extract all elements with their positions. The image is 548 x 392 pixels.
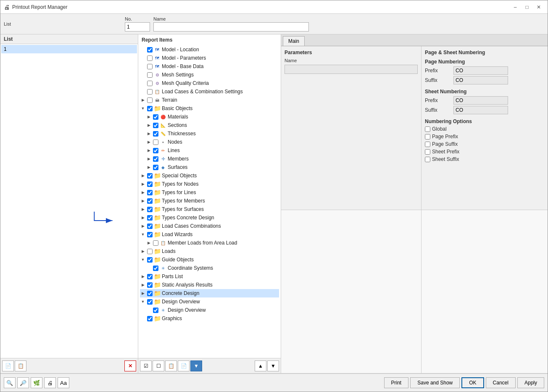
tree-item-mesh-quality[interactable]: ⚙ Mesh Quality Criteria [140, 79, 279, 87]
toggle-types-surfaces[interactable]: ▶ [140, 206, 146, 212]
tree-item-nodes[interactable]: ▶ ● Nodes [140, 138, 279, 146]
minimize-button[interactable]: – [510, 3, 521, 12]
copy-item-button[interactable]: 📋 [15, 360, 26, 371]
toggle-static-analysis[interactable]: ▶ [140, 282, 146, 288]
tree-item-concrete-design[interactable]: ▶ 📁 Concrete Design [140, 289, 279, 297]
toggle-terrain[interactable]: ▶ [140, 97, 146, 103]
tree-item-model-base-data[interactable]: 🗺 Model - Base Data [140, 62, 279, 71]
tree-item-types-lines[interactable]: ▶ 📁 Types for Lines [140, 188, 279, 197]
checkbox-design-overview-child[interactable] [153, 308, 158, 313]
checkbox-model-base-data[interactable] [147, 64, 153, 69]
tree-item-design-overview-child[interactable]: ✳ Design Overview [140, 306, 279, 314]
checkbox-sheet-suffix[interactable] [425, 157, 430, 162]
tree-item-load-cases-settings[interactable]: 📋 Load Cases & Combination Settings [140, 87, 279, 96]
checkbox-static-analysis[interactable] [147, 282, 153, 288]
checkbox-basic-objects[interactable] [147, 106, 153, 111]
tree-area[interactable]: 🗺 Model - Location 🗺 Model - Parameters … [138, 45, 281, 358]
checkbox-surfaces[interactable] [153, 165, 158, 170]
tree-item-types-concrete[interactable]: ▶ 📁 Types Concrete Design [140, 213, 279, 222]
toggle-surfaces[interactable]: ▶ [146, 164, 152, 170]
tree-item-surfaces[interactable]: ▶ ◆ Surfaces [140, 163, 279, 171]
checkbox-types-nodes[interactable] [147, 182, 153, 187]
page-suffix-input[interactable] [453, 76, 508, 84]
toggle-load-wizards[interactable]: ▼ [140, 232, 146, 237]
checkbox-graphics[interactable] [147, 316, 153, 321]
list-area[interactable]: 1 [0, 44, 138, 358]
checkbox-coordinate-systems[interactable] [153, 266, 158, 271]
tree-item-lines[interactable]: ▶ ✏ Lines [140, 146, 279, 155]
tree-item-types-members[interactable]: ▶ 📁 Types for Members [140, 197, 279, 205]
bottom-tool-search[interactable]: 🔍 [4, 377, 16, 388]
tree-item-materials[interactable]: ▶ 🔴 Materials [140, 113, 279, 121]
checkbox-types-lines[interactable] [147, 190, 153, 195]
toggle-member-loads[interactable]: ▶ [146, 240, 152, 246]
tree-item-loads[interactable]: ▶ 📁 Loads [140, 247, 279, 255]
toggle-loads[interactable]: ▶ [140, 248, 146, 254]
toggle-lines[interactable]: ▶ [146, 147, 152, 153]
toggle-types-nodes[interactable]: ▶ [140, 181, 146, 187]
sheet-prefix-input[interactable] [453, 96, 508, 105]
checkbox-types-concrete[interactable] [147, 215, 153, 221]
tree-item-types-nodes[interactable]: ▶ 📁 Types for Nodes [140, 180, 279, 188]
filter-button[interactable]: ▼ [190, 360, 202, 371]
bottom-tool-zoom-out[interactable]: 🔎 [17, 377, 29, 388]
checkbox-sections[interactable] [153, 123, 158, 128]
checkbox-load-wizards[interactable] [147, 232, 153, 237]
toggle-types-lines[interactable]: ▶ [140, 189, 146, 195]
tree-item-basic-objects[interactable]: ▼ 📁 Basic Objects [140, 104, 279, 113]
tree-item-guide-objects[interactable]: ▼ 📁 Guide Objects [140, 255, 279, 264]
toggle-special-objects[interactable]: ▶ [140, 173, 146, 179]
tree-item-design-overview[interactable]: ▼ 📁 Design Overview [140, 297, 279, 306]
move-down-button[interactable]: ▼ [267, 360, 279, 371]
bottom-tool-text[interactable]: Aa [58, 377, 69, 388]
uncheck-item-button[interactable]: ☐ [153, 360, 164, 371]
toggle-materials[interactable]: ▶ [146, 114, 152, 120]
tree-item-load-wizards[interactable]: ▼ 📁 Load Wizards [140, 230, 279, 239]
tree-item-sections[interactable]: ▶ 📐 Sections [140, 121, 279, 129]
toggle-parts-list[interactable]: ▶ [140, 274, 146, 279]
checkbox-model-parameters[interactable] [147, 55, 153, 61]
checkbox-thicknesses[interactable] [153, 131, 158, 137]
checkbox-page-suffix[interactable] [425, 142, 430, 147]
toggle-guide-objects[interactable]: ▼ [140, 257, 146, 263]
page-prefix-input[interactable] [453, 66, 508, 75]
sheet-suffix-input[interactable] [453, 106, 508, 114]
toggle-types-members[interactable]: ▶ [140, 198, 146, 204]
check-item-button[interactable]: ☑ [140, 360, 152, 371]
tree-item-member-loads[interactable]: ▶ 📋 Member Loads from Area Load [140, 239, 279, 247]
params-name-input[interactable] [285, 65, 418, 74]
checkbox-types-surfaces[interactable] [147, 207, 153, 212]
tree-item-mesh-settings[interactable]: ⚙ Mesh Settings [140, 71, 279, 79]
toggle-design-overview[interactable]: ▼ [140, 299, 146, 305]
checkbox-terrain[interactable] [147, 97, 153, 103]
tree-item-members[interactable]: ▶ ✛ Members [140, 155, 279, 163]
tree-item-thicknesses[interactable]: ▶ 📏 Thicknesses [140, 129, 279, 138]
checkbox-member-loads[interactable] [153, 240, 158, 246]
maximize-button[interactable]: □ [522, 3, 532, 12]
checkbox-materials[interactable] [153, 114, 158, 120]
checkbox-special-objects[interactable] [147, 173, 153, 179]
toggle-types-concrete[interactable]: ▶ [140, 215, 146, 221]
tree-item-terrain[interactable]: ▶ 🏔 Terrain [140, 96, 279, 104]
add-item-button[interactable]: 📄 [2, 360, 14, 371]
checkbox-lines[interactable] [153, 148, 158, 153]
bottom-tool-print[interactable]: 🖨 [44, 377, 56, 388]
checkbox-mesh-quality[interactable] [147, 81, 153, 86]
tree-item-static-analysis[interactable]: ▶ 📁 Static Analysis Results [140, 281, 279, 289]
checkbox-page-prefix[interactable] [425, 134, 430, 139]
checkbox-nodes[interactable] [153, 139, 158, 145]
checkbox-sheet-prefix[interactable] [425, 149, 430, 155]
toggle-concrete-design[interactable]: ▶ [140, 290, 146, 296]
ok-button[interactable]: OK [461, 377, 484, 388]
checkbox-loads[interactable] [147, 249, 153, 254]
toggle-nodes[interactable]: ▶ [146, 139, 152, 145]
checkbox-load-cases-settings[interactable] [147, 89, 153, 95]
delete-item-button[interactable]: ✕ [124, 360, 136, 371]
checkbox-design-overview[interactable] [147, 299, 153, 305]
checkbox-concrete-design[interactable] [147, 291, 153, 296]
tree-item-model-parameters[interactable]: 🗺 Model - Parameters [140, 54, 279, 62]
checkbox-global[interactable] [425, 126, 430, 132]
toggle-basic-objects[interactable]: ▼ [140, 105, 146, 111]
bottom-tool-tree[interactable]: 🌿 [31, 377, 42, 388]
checkbox-types-members[interactable] [147, 198, 153, 204]
